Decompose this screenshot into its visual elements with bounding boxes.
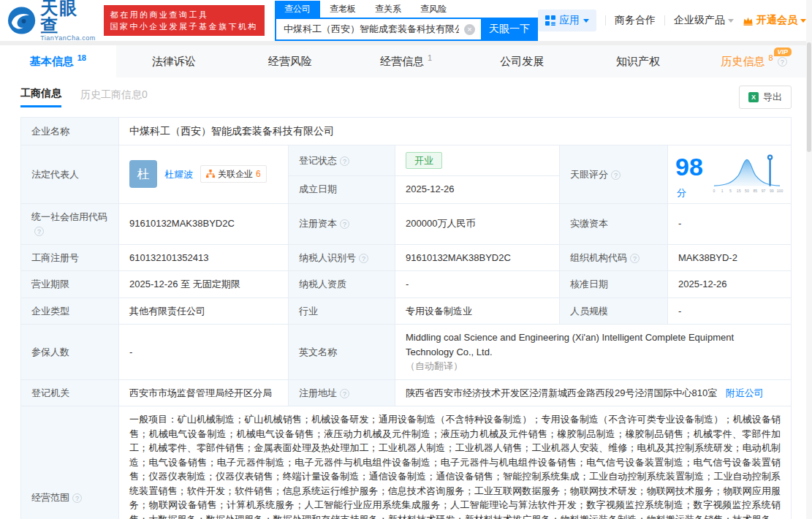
help-icon[interactable] <box>34 227 44 236</box>
help-icon[interactable] <box>778 57 787 67</box>
org-code: MAK38BYD-2 <box>668 244 792 271</box>
help-icon[interactable] <box>340 156 349 166</box>
approval-date: 2025-12-26 <box>668 271 792 298</box>
clear-search-icon[interactable] <box>464 24 475 35</box>
reg-authority-label: 登记机关 <box>21 379 119 406</box>
address: 陕西省西安市经济技术开发区泾渭新城西金路西段29号泾渭国际中心810室 <box>406 387 717 398</box>
tianyancha-logo-icon <box>7 6 36 35</box>
table-row: 工商注册号 610132101352413 纳税人识别号 91610132MAK… <box>21 244 792 271</box>
search-tabs: 查公司 查老板 查关系 查风险 <box>275 1 538 18</box>
promo-banner-line1: 都在用的商业查询工具 <box>110 9 259 20</box>
logo-text: 天眼查 TianYanCha.com <box>40 0 96 42</box>
tab-history-info-label: 历史信息 <box>721 55 765 69</box>
divider <box>605 15 606 26</box>
reg-capital-label-text: 注册资本 <box>299 218 337 229</box>
tab-count: 18 <box>77 53 86 62</box>
logo-domain: TianYanCha.com <box>40 34 96 42</box>
subtab-history-business-info[interactable]: 历史工商信息0 <box>80 88 148 107</box>
tab-intellectual-property[interactable]: 知识产权 <box>580 45 697 77</box>
staff-size-label: 人员规模 <box>560 298 668 325</box>
table-row: 企业类型 其他有限责任公司 行业 专用设备制造业 人员规模 - <box>21 298 792 325</box>
search-tab-boss[interactable]: 查老板 <box>320 1 365 18</box>
help-icon[interactable] <box>359 254 368 263</box>
scrollbar-thumb[interactable] <box>807 42 811 152</box>
tab-history-info[interactable]: VIP 历史信息 8 <box>696 45 812 77</box>
reg-number-label: 工商注册号 <box>21 244 119 271</box>
legal-rep-link[interactable]: 杜耀波 <box>164 167 193 182</box>
related-companies-label: 关联企业 <box>218 167 253 181</box>
menu-cooperation[interactable]: 商务合作 <box>615 14 656 27</box>
help-icon[interactable] <box>340 219 349 229</box>
svg-text:15: 15 <box>737 189 741 193</box>
tab-legal-proceedings[interactable]: 法律诉讼 <box>116 45 232 77</box>
related-companies-count: 6 <box>256 167 261 181</box>
search-button[interactable]: 天眼一下 <box>481 18 538 41</box>
header-nav: 应用 商务合作 企业级产品 开通会员 超级... <box>538 10 812 31</box>
status-badge: 开业 <box>406 152 442 170</box>
reg-number: 610132101352413 <box>119 244 289 271</box>
help-icon[interactable] <box>72 493 82 503</box>
establish-date-label: 成立日期 <box>289 175 395 203</box>
menu-open-vip[interactable]: 开通会员 <box>743 14 806 27</box>
staff-size: - <box>668 298 792 325</box>
subtab-business-info[interactable]: 工商信息 <box>20 87 61 107</box>
sub-tabs: 工商信息 历史工商信息0 导出 <box>0 77 812 115</box>
chevron-down-icon <box>583 19 589 23</box>
vip-badge: VIP <box>774 48 792 56</box>
apps-menu-button[interactable]: 应用 <box>538 10 596 31</box>
search-tab-company[interactable]: 查公司 <box>275 1 320 18</box>
insured: - <box>119 325 289 380</box>
company-name-label: 企业名称 <box>21 118 119 145</box>
insured-label: 参保人数 <box>21 325 119 380</box>
help-icon[interactable] <box>630 254 640 263</box>
taxpayer-id: 91610132MAK38BYD2C <box>395 244 560 271</box>
menu-open-vip-label: 开通会员 <box>756 14 797 27</box>
taxpayer-id-label-text: 纳税人识别号 <box>299 252 356 263</box>
table-row: 法定代表人 杜 杜耀波 关联企业 6 登记状态 <box>21 145 792 176</box>
help-icon[interactable] <box>340 389 349 398</box>
tab-count: 1 <box>428 53 432 62</box>
promo-banner: 都在用的商业查询工具 国家中小企业发展子基金旗下机构 <box>104 5 265 36</box>
score-unit: 分 <box>677 187 686 198</box>
tianyancha-logo[interactable]: 天眼查 TianYanCha.com <box>7 0 96 42</box>
menu-enterprise-products[interactable]: 企业级产品 <box>674 14 734 27</box>
org-code-label-text: 组织机构代码 <box>570 252 627 263</box>
search-tab-risk[interactable]: 查风险 <box>411 1 456 18</box>
tab-company-development[interactable]: 公司发展 <box>464 45 580 77</box>
tab-operating-info[interactable]: 经营信息 1 <box>348 45 464 77</box>
chevron-down-icon <box>728 19 734 23</box>
excel-icon <box>748 92 759 102</box>
address-cell: 陕西省西安市经济技术开发区泾渭新城西金路西段29号泾渭国际中心810室 附近公司 <box>395 379 792 406</box>
establish-date: 2025-12-26 <box>395 175 560 203</box>
english-name: Middling coal Science and Engineering (X… <box>406 332 734 357</box>
svg-text:85: 85 <box>753 189 757 193</box>
promo-banner-line2: 国家中小企业发展子基金旗下机构 <box>110 20 259 32</box>
score-label-text: 天眼评分 <box>570 169 608 180</box>
table-row: 登记机关 西安市市场监督管理局经开区分局 注册地址 陕西省西安市经济技术开发区泾… <box>21 379 792 406</box>
tab-operating-risk-label: 经营风险 <box>268 55 312 69</box>
svg-text:1: 1 <box>721 189 724 193</box>
search-input[interactable] <box>275 18 481 41</box>
search-tab-relation[interactable]: 查关系 <box>365 1 411 18</box>
table-row: 企业名称 中煤科工（西安）智能成套装备科技有限公司 <box>21 118 792 145</box>
related-companies-badge[interactable]: 关联企业 6 <box>200 165 267 183</box>
tab-company-development-label: 公司发展 <box>500 55 544 69</box>
grid-icon <box>545 15 555 26</box>
business-term: 2025-12-26 至 无固定期限 <box>119 271 289 298</box>
tab-operating-risk[interactable]: 经营风险 <box>232 45 348 77</box>
apps-menu-label: 应用 <box>559 14 580 27</box>
help-icon[interactable] <box>611 170 621 180</box>
logo-title: 天眼查 <box>40 0 96 34</box>
svg-text:5: 5 <box>729 189 732 193</box>
score-distribution-chart: 0 1 5 15 50 85 97 99 100 <box>710 153 783 195</box>
tab-legal-proceedings-label: 法律诉讼 <box>152 55 196 69</box>
scrollbar[interactable] <box>806 0 812 519</box>
avatar[interactable]: 杜 <box>129 160 157 188</box>
tab-basic-info[interactable]: 基本信息 18 <box>0 45 116 77</box>
table-row: 参保人数 - 英文名称 Middling coal Science and En… <box>21 325 792 380</box>
tab-intellectual-property-label: 知识产权 <box>616 55 660 69</box>
nearby-companies-link[interactable]: 附近公司 <box>726 387 764 398</box>
reg-status-label: 登记状态 <box>289 145 395 176</box>
industry-label: 行业 <box>289 298 395 325</box>
export-button[interactable]: 导出 <box>739 86 792 109</box>
